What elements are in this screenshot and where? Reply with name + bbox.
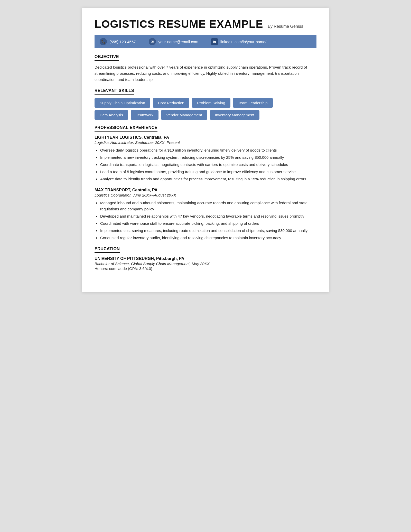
- objective-text: Dedicated logistics professional with ov…: [95, 64, 316, 83]
- skill-tag: Cost Reduction: [153, 98, 190, 108]
- skills-row-1: Supply Chain Optimization Cost Reduction…: [95, 98, 316, 108]
- bullet: Analyze data to identify trends and oppo…: [100, 176, 316, 182]
- skill-tag: Data Analysis: [95, 110, 128, 120]
- job-2-title: Logistics Coordinator, June 20XX–August …: [95, 193, 316, 197]
- edu-degree: Bachelor of Science, Global Supply Chain…: [95, 262, 316, 266]
- skills-section: RELEVANT SKILLS Supply Chain Optimizatio…: [95, 88, 316, 120]
- edu-entry-1: UNIVERSITY OF PITTSBURGH, Pittsburgh, PA…: [95, 256, 316, 271]
- skills-section-title: RELEVANT SKILLS: [95, 88, 134, 95]
- skill-tag: Supply Chain Optimization: [95, 98, 150, 108]
- education-section-title: EDUCATION: [95, 247, 120, 253]
- skill-tag: Team Leadership: [233, 98, 273, 108]
- page-title: LOGISTICS RESUME EXAMPLE: [95, 18, 263, 30]
- email-address: your-name@email.com: [158, 40, 198, 44]
- bullet: Managed inbound and outbound shipments, …: [100, 200, 316, 212]
- experience-section: PROFESSIONAL EXPERIENCE LIGHTYEAR LOGIST…: [95, 125, 316, 241]
- job-2: MAX TRANSPORT, Centralia, PA Logistics C…: [95, 188, 316, 241]
- job-1-title: Logistics Administrator, September 20XX–…: [95, 140, 316, 145]
- contact-bar: 📞 (555) 123-4567 ✉ your-name@email.com i…: [95, 35, 316, 48]
- bullet: Implemented a new inventory tracking sys…: [100, 154, 316, 161]
- linkedin-icon: in: [211, 38, 218, 45]
- bullet: Oversee daily logistics operations for a…: [100, 147, 316, 153]
- job-2-company: MAX TRANSPORT, Centralia, PA: [95, 188, 316, 192]
- job-1: LIGHTYEAR LOGISTICS, Centralia, PA Logis…: [95, 135, 316, 182]
- skill-tag: Inventory Management: [210, 110, 259, 120]
- bullet: Conducted regular inventory audits, iden…: [100, 235, 316, 241]
- bullet: Coordinated with warehouse staff to ensu…: [100, 220, 316, 227]
- resume-page: LOGISTICS RESUME EXAMPLE By Resume Geniu…: [82, 8, 329, 292]
- job-1-bullets: Oversee daily logistics operations for a…: [95, 147, 316, 182]
- page-header: LOGISTICS RESUME EXAMPLE By Resume Geniu…: [95, 18, 316, 30]
- experience-section-title: PROFESSIONAL EXPERIENCE: [95, 125, 157, 132]
- edu-honors: Honors: cum laude (GPA: 3.6/4.0): [95, 266, 316, 271]
- job-2-bullets: Managed inbound and outbound shipments, …: [95, 200, 316, 241]
- skills-row-2: Data Analysis Teamwork Vendor Management…: [95, 110, 316, 120]
- contact-phone: 📞 (555) 123-4567: [100, 38, 136, 45]
- skill-tag: Vendor Management: [161, 110, 207, 120]
- skill-tag: Teamwork: [131, 110, 158, 120]
- bullet: Developed and maintained relationships w…: [100, 213, 316, 219]
- page-subtitle: By Resume Genius: [268, 24, 303, 29]
- email-icon: ✉: [149, 38, 156, 45]
- objective-section: OBJECTIVE Dedicated logistics profession…: [95, 54, 316, 83]
- bullet: Lead a team of 5 logistics coordinators,…: [100, 169, 316, 175]
- contact-email: ✉ your-name@email.com: [149, 38, 198, 45]
- contact-linkedin: in linkedin.com/in/your-name/: [211, 38, 266, 45]
- bullet: Implemented cost-saving measures, includ…: [100, 228, 316, 234]
- phone-icon: 📞: [100, 38, 107, 45]
- education-section: EDUCATION UNIVERSITY OF PITTSBURGH, Pitt…: [95, 247, 316, 271]
- edu-school: UNIVERSITY OF PITTSBURGH, Pittsburgh, PA: [95, 256, 316, 261]
- job-1-company: LIGHTYEAR LOGISTICS, Centralia, PA: [95, 135, 316, 140]
- phone-number: (555) 123-4567: [109, 40, 136, 44]
- skill-tag: Problem Solving: [192, 98, 230, 108]
- bullet: Coordinate transportation logistics, neg…: [100, 162, 316, 168]
- linkedin-url: linkedin.com/in/your-name/: [220, 40, 266, 44]
- objective-section-title: OBJECTIVE: [95, 54, 119, 61]
